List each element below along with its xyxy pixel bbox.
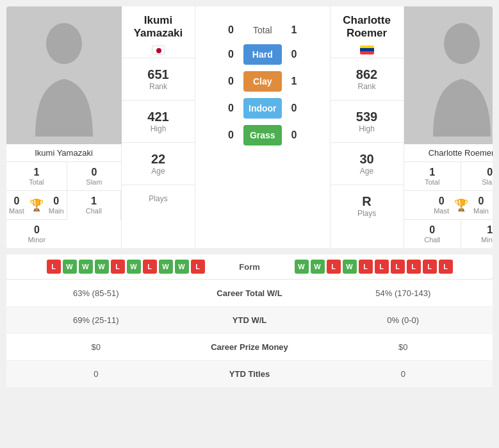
- right-form-badge: W: [343, 260, 357, 274]
- left-minor-value: 0: [9, 224, 65, 236]
- career-stat-name: YTD W/L: [186, 307, 314, 333]
- right-mid-stats: Charlotte Roemer 862 Rank 539 High: [330, 6, 404, 248]
- right-player-name-header: Charlotte Roemer: [331, 6, 404, 58]
- career-stat-left: 0: [6, 361, 186, 387]
- grass-surface-btn[interactable]: Grass: [243, 125, 282, 145]
- total-label: Total: [243, 25, 282, 35]
- left-form-badge: L: [47, 260, 61, 274]
- left-high-label: High: [127, 124, 190, 133]
- right-main-value: 0: [473, 195, 489, 207]
- left-form-badge: W: [175, 260, 189, 274]
- hard-score-right: 0: [291, 49, 317, 60]
- right-rank-label: Rank: [336, 82, 398, 91]
- left-form-badge: L: [191, 260, 205, 274]
- right-form-badge: L: [423, 260, 437, 274]
- right-form-badge: L: [439, 260, 453, 274]
- left-mast-value: 0: [9, 195, 24, 207]
- right-total-cell: 1 Total: [404, 162, 462, 191]
- right-high-label: High: [336, 124, 398, 133]
- right-main-label: Main: [473, 207, 489, 215]
- svg-point-0: [46, 23, 82, 64]
- grass-score-left: 0: [208, 129, 234, 141]
- right-form-badge: L: [359, 260, 373, 274]
- left-player-name-label: Ikumi Yamazaki: [6, 144, 121, 162]
- left-rank-label: Rank: [127, 82, 190, 91]
- center-match-section: 0 Total 1 0 Hard 0 0 Clay 1 0 Indoor 0 0: [195, 6, 330, 248]
- left-mast-label: Mast: [9, 207, 24, 215]
- surface-indoor-row: 0 Indoor 0: [195, 95, 330, 122]
- career-stat-name: YTD Titles: [186, 361, 314, 387]
- left-chall-label: Chall: [70, 207, 118, 215]
- left-flag: [152, 46, 165, 54]
- right-player-photo: [404, 6, 493, 144]
- career-stat-left: $0: [6, 334, 186, 360]
- left-plays-stat: Plays: [122, 185, 195, 212]
- left-total-label: Total: [9, 178, 64, 186]
- left-total-cell: 1 Total: [6, 162, 67, 191]
- grass-score-right: 0: [291, 129, 317, 141]
- career-stat-right: 0: [314, 361, 493, 387]
- total-row: 0 Total 1: [195, 6, 330, 41]
- clay-score-left: 0: [208, 76, 234, 87]
- right-age-value: 30: [336, 152, 398, 167]
- right-total-label: Total: [407, 178, 459, 186]
- left-main-value: 0: [49, 195, 64, 207]
- left-form-badge: L: [143, 260, 157, 274]
- left-main-label: Main: [49, 207, 64, 215]
- career-stat-name: Career Prize Money: [186, 334, 314, 360]
- right-form-badge: W: [295, 260, 309, 274]
- left-chall-value: 1: [70, 195, 118, 207]
- right-player-block: Charlotte Roemer 1 Total 0 Slam 0 Mast: [404, 6, 493, 248]
- form-label: Form: [211, 262, 288, 272]
- right-flag: [360, 46, 374, 54]
- career-stat-left: 63% (85-51): [6, 280, 186, 306]
- hard-surface-btn[interactable]: Hard: [243, 44, 282, 65]
- right-plays-value: R: [336, 194, 398, 209]
- career-stat-row: 0YTD Titles0: [6, 361, 493, 387]
- main-container: Ikumi Yamazaki 1 Total 0 Slam 0 Mast: [0, 0, 499, 394]
- right-plays-label: Plays: [336, 209, 398, 218]
- hard-score-left: 0: [208, 49, 234, 60]
- right-player-name-label: Charlotte Roemer: [404, 144, 493, 162]
- surface-grass-row: 0 Grass 0: [195, 122, 330, 149]
- career-stat-row: $0Career Prize Money$0: [6, 334, 493, 360]
- surface-hard-row: 0 Hard 0: [195, 41, 330, 68]
- right-chall-value: 0: [407, 224, 459, 236]
- clay-score-right: 1: [291, 76, 317, 87]
- right-slam-cell: 0 Slam: [461, 162, 493, 191]
- left-chall-cell: 1 Chall: [67, 191, 121, 220]
- left-form-badge: L: [111, 260, 125, 274]
- left-slam-value: 0: [70, 167, 119, 178]
- left-minor-label: Minor: [9, 236, 65, 244]
- career-stat-left: 69% (25-11): [6, 307, 186, 333]
- career-stat-name: Career Total W/L: [186, 280, 314, 306]
- clay-surface-btn[interactable]: Clay: [243, 71, 282, 92]
- left-mast-cell: 0 Mast 🏆 0 Main: [6, 191, 67, 220]
- right-slam-label: Slam: [464, 178, 493, 186]
- surface-clay-row: 0 Clay 1: [195, 68, 330, 95]
- right-form-badge: L: [407, 260, 421, 274]
- right-age-stat: 30 Age: [331, 143, 404, 185]
- left-rank-stat: 651 Rank: [122, 58, 195, 101]
- right-player-silhouette: [423, 15, 493, 137]
- right-high-value: 539: [336, 110, 398, 124]
- right-mast-label: Mast: [434, 207, 449, 215]
- indoor-score-right: 0: [291, 103, 317, 114]
- right-high-stat: 539 High: [331, 101, 404, 143]
- left-age-label: Age: [127, 167, 190, 176]
- left-high-value: 421: [127, 110, 190, 124]
- left-high-stat: 421 High: [122, 101, 195, 143]
- right-minor-label: Minor: [464, 236, 493, 244]
- right-trophy-icon: 🏆: [454, 198, 468, 212]
- right-rank-value: 862: [336, 67, 398, 82]
- career-stat-right: 0% (0-0): [314, 307, 493, 333]
- left-total-value: 1: [9, 167, 64, 178]
- left-form-badge: W: [95, 260, 109, 274]
- right-form-badge: L: [327, 260, 341, 274]
- indoor-surface-btn[interactable]: Indoor: [243, 98, 282, 119]
- right-plays-stat: R Plays: [331, 185, 404, 227]
- left-plays-label: Plays: [127, 194, 190, 203]
- right-slam-value: 0: [464, 167, 493, 178]
- right-form-badge: L: [391, 260, 405, 274]
- career-stat-row: 63% (85-51)Career Total W/L54% (170-143): [6, 280, 493, 306]
